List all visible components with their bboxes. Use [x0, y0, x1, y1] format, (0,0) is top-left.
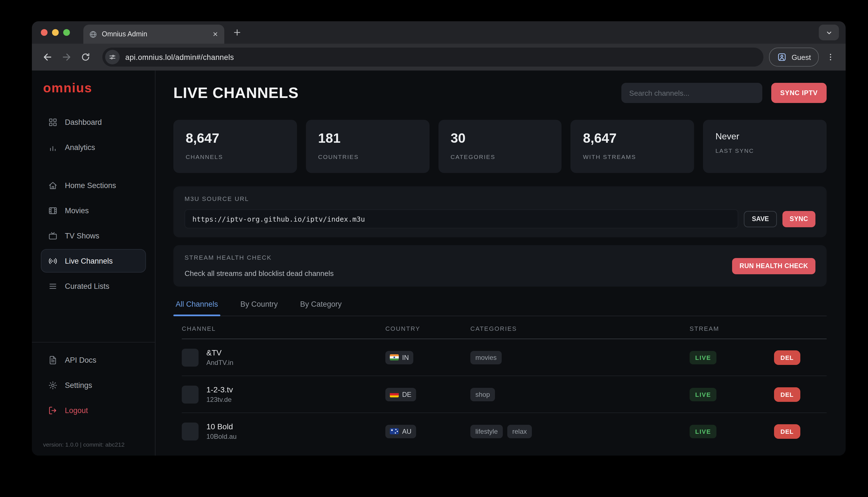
film-icon — [47, 206, 58, 215]
sidebar-item-label: Movies — [65, 206, 89, 215]
save-button[interactable]: SAVE — [744, 211, 777, 227]
back-button[interactable] — [40, 49, 55, 65]
sidebar-item-label: Home Sections — [65, 181, 116, 189]
channel-cell: 10 Bold10Bold.au — [182, 422, 385, 440]
sidebar-item-movies[interactable]: Movies — [41, 199, 146, 222]
column-header-country: COUNTRY — [385, 325, 470, 332]
country-chip: DE — [385, 387, 416, 401]
broadcast-icon — [47, 256, 58, 266]
delete-channel-button[interactable]: DEL — [774, 350, 800, 365]
m3u-url-input[interactable] — [185, 209, 738, 228]
minimize-window-button[interactable] — [52, 29, 59, 36]
category-chip: shop — [470, 387, 495, 401]
channel-tabs: All ChannelsBy CountryBy Category — [173, 299, 827, 316]
sync-iptv-button[interactable]: SYNC IPTV — [771, 83, 827, 103]
browser-toolbar: api.omnius.lol/admin#/channels Guest — [32, 44, 845, 71]
search-input[interactable] — [621, 83, 762, 103]
sidebar-item-curated-lists[interactable]: Curated Lists — [41, 274, 146, 298]
sidebar-item-home-sections[interactable]: Home Sections — [41, 173, 146, 197]
channel-thumbnail — [182, 349, 198, 366]
sidebar-item-label: Live Channels — [65, 257, 113, 265]
tab-all-channels[interactable]: All Channels — [175, 299, 219, 316]
version-text: version: 1.0.0 | commit: abc212 — [43, 441, 146, 448]
live-status-badge: LIVE — [690, 351, 717, 364]
page-title: LIVE CHANNELS — [173, 84, 299, 102]
address-bar[interactable]: api.omnius.lol/admin#/channels — [102, 47, 764, 67]
sidebar-item-label: Analytics — [65, 143, 95, 152]
stat-card-categories: 30CATEGORIES — [438, 120, 562, 173]
window-controls — [41, 29, 70, 36]
channel-name: 1-2-3.tv — [206, 385, 233, 394]
app-root: omnius DashboardAnalytics Home SectionsM… — [32, 71, 845, 456]
sidebar-nav-media: Home SectionsMoviesTV ShowsLive Channels… — [41, 173, 146, 298]
delete-channel-button[interactable]: DEL — [774, 387, 800, 401]
profile-button[interactable]: Guest — [769, 47, 819, 67]
sync-button[interactable]: SYNC — [782, 211, 815, 227]
tab-by-category[interactable]: By Category — [299, 299, 343, 316]
sidebar-item-live-channels[interactable]: Live Channels — [41, 249, 146, 273]
main-content: LIVE CHANNELS SYNC IPTV 8,647CHANNELS181… — [156, 71, 845, 456]
stream-cell: LIVE — [690, 351, 757, 364]
sidebar-divider — [32, 342, 155, 342]
logout-icon — [47, 406, 58, 415]
stat-value: 8,647 — [186, 130, 285, 146]
sidebar-item-tv-shows[interactable]: TV Shows — [41, 224, 146, 247]
sidebar-item-label: TV Shows — [65, 231, 99, 240]
channel-name: &TV — [206, 348, 234, 357]
channel-thumbnail — [182, 385, 198, 403]
list-icon — [47, 281, 58, 291]
analytics-icon — [47, 142, 58, 152]
channel-site: AndTV.in — [206, 359, 234, 367]
categories-cell: lifestylerelax — [470, 425, 690, 438]
sidebar-item-label: Dashboard — [65, 118, 102, 126]
stream-cell: LIVE — [690, 387, 757, 401]
in-flag-icon — [390, 354, 399, 360]
sidebar-item-label: Settings — [65, 381, 92, 389]
stat-label: WITH STREAMS — [583, 153, 682, 160]
zoom-window-button[interactable] — [63, 29, 70, 36]
sidebar: omnius DashboardAnalytics Home SectionsM… — [32, 71, 156, 456]
close-tab-icon[interactable] — [212, 31, 219, 38]
profile-label: Guest — [792, 53, 811, 61]
categories-cell: movies — [470, 351, 690, 364]
sidebar-item-label: Logout — [65, 406, 88, 414]
close-window-button[interactable] — [41, 29, 47, 36]
categories-cell: shop — [470, 387, 690, 401]
new-tab-button[interactable] — [232, 27, 242, 38]
run-health-check-button[interactable]: RUN HEALTH CHECK — [732, 258, 815, 274]
screen: Omnius Admin — [0, 0, 868, 497]
stat-value: 30 — [451, 130, 549, 146]
stat-label: CATEGORIES — [451, 153, 549, 160]
stat-value: 8,647 — [583, 130, 682, 146]
tab-search-chevron-button[interactable] — [819, 25, 839, 40]
site-settings-icon[interactable] — [105, 50, 120, 65]
country-chip: IN — [385, 351, 413, 364]
dashboard-icon — [47, 117, 58, 127]
browser-tab[interactable]: Omnius Admin — [83, 25, 224, 44]
country-chip: AU — [385, 425, 416, 438]
sidebar-item-dashboard[interactable]: Dashboard — [41, 110, 146, 134]
reload-button[interactable] — [78, 49, 93, 65]
gear-icon — [47, 380, 58, 390]
forward-button[interactable] — [59, 49, 74, 65]
delete-channel-button[interactable]: DEL — [774, 424, 800, 439]
sidebar-item-analytics[interactable]: Analytics — [41, 136, 146, 159]
tab-by-country[interactable]: By Country — [239, 299, 279, 316]
column-header-categories: CATEGORIES — [470, 325, 690, 332]
stat-label: LAST SYNC — [715, 147, 814, 154]
globe-favicon-icon — [89, 30, 97, 38]
sidebar-item-api-docs[interactable]: API Docs — [41, 348, 146, 372]
tab-title: Omnius Admin — [102, 30, 207, 38]
stat-label: CHANNELS — [186, 153, 285, 160]
stream-cell: LIVE — [690, 425, 757, 438]
sidebar-item-logout[interactable]: Logout — [41, 398, 146, 422]
stat-value: Never — [715, 131, 814, 142]
sidebar-item-settings[interactable]: Settings — [41, 373, 146, 397]
country-code: IN — [402, 353, 409, 361]
column-header-stream: STREAM — [690, 325, 757, 332]
action-cell: DEL — [774, 387, 827, 401]
sidebar-item-label: Curated Lists — [65, 282, 109, 290]
channel-name: 10 Bold — [206, 422, 237, 431]
browser-menu-button[interactable] — [823, 50, 838, 65]
health-panel: STREAM HEALTH CHECK Check all streams an… — [173, 245, 827, 286]
